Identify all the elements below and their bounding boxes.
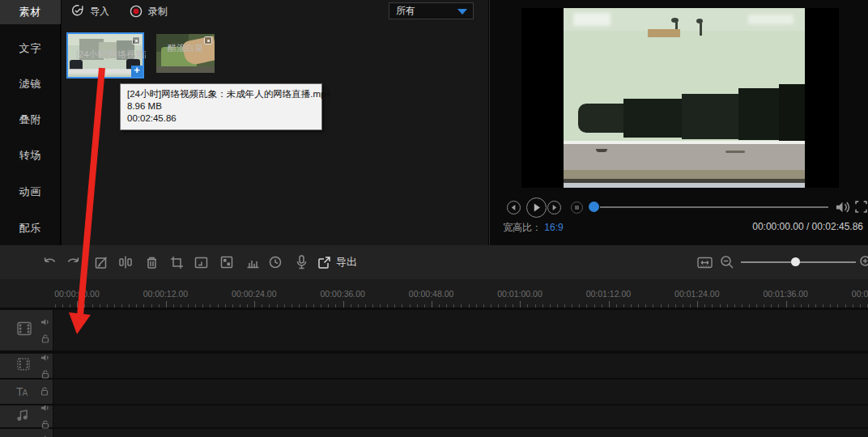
timeline-zoom-handle[interactable] [791, 257, 800, 266]
sidebar-item-filter[interactable]: 滤镜 [0, 72, 61, 96]
ruler-label: 00:00:48.00 [409, 289, 453, 299]
bottom-band [564, 183, 805, 188]
export-button[interactable]: 导出 [317, 252, 357, 272]
ruler-label: 00:01:12.00 [586, 289, 631, 299]
edit-clip-button[interactable] [91, 252, 111, 272]
import-button[interactable]: 导入 [71, 3, 109, 19]
sound-track-lane[interactable] [53, 429, 868, 437]
play-button[interactable] [526, 197, 547, 218]
ruler-tick [786, 301, 787, 308]
thumb2-caption: 醋溜白菜 [160, 42, 211, 54]
stop-icon [575, 206, 579, 210]
thumb1-add-to-timeline-icon[interactable]: + [131, 66, 143, 77]
zoom-region-button[interactable] [191, 252, 211, 272]
ruler-tick [254, 301, 255, 308]
ruler-label: 00:01:48.00 [852, 289, 868, 299]
export-icon [317, 256, 331, 269]
floor-mark [725, 151, 745, 153]
chevron-down-icon [457, 9, 467, 15]
music-track-header [0, 405, 53, 427]
ruler-tick [697, 301, 698, 308]
record-label: 录制 [148, 5, 168, 19]
delete-clip-button[interactable] [142, 252, 161, 272]
glitch-block [623, 99, 683, 138]
voiceover-mic-button[interactable] [291, 252, 311, 272]
split-clip-button[interactable] [116, 252, 135, 272]
lock-track-icon[interactable] [40, 384, 49, 399]
mute-track-icon[interactable] [40, 431, 49, 437]
video-track2-lane[interactable] [53, 354, 868, 378]
ruler-tick [432, 301, 432, 308]
media-filter-dropdown[interactable]: 所有 [389, 2, 474, 19]
sidebar-item-material[interactable]: 素材 [0, 0, 61, 24]
thumb2-counter [156, 66, 215, 73]
mosaic-button[interactable] [217, 252, 236, 272]
preview-screen [521, 8, 839, 188]
sidebar-item-text[interactable]: 文字 [0, 36, 61, 61]
zoom-in-button[interactable] [857, 252, 868, 272]
fit-timeline-button[interactable] [695, 252, 714, 272]
sidebar-item-music[interactable]: 配乐 [0, 216, 61, 240]
ruler-label: 00:00:24.00 [232, 289, 276, 299]
channel-logo [573, 13, 611, 26]
desk [648, 29, 680, 37]
music-track-icon [16, 409, 29, 425]
redo-button[interactable] [63, 252, 83, 272]
video-track2-header [0, 354, 53, 378]
freeze-frame-button[interactable] [243, 252, 262, 272]
ruler-label: 00:01:00.00 [497, 289, 542, 299]
sidebar: 素材 文字 滤镜 叠附 转场 动画 配乐 [0, 0, 61, 245]
ruler-tick [609, 301, 610, 308]
mute-track-icon[interactable] [40, 350, 49, 365]
import-label: 导入 [90, 5, 109, 19]
next-frame-button[interactable] [547, 201, 561, 214]
lock-track-icon[interactable] [41, 332, 49, 346]
video-track1-lane[interactable] [53, 310, 868, 350]
aspect-ratio-label: 宽高比： [503, 222, 542, 233]
music-track-lane[interactable] [53, 405, 868, 427]
export-label: 导出 [336, 255, 357, 269]
duration-button[interactable] [266, 252, 285, 272]
sidebar-item-transition[interactable]: 转场 [0, 143, 61, 168]
floor-band [564, 144, 805, 170]
glitch-block [682, 94, 740, 139]
text-track-lane[interactable] [53, 380, 868, 404]
preview-progress-bar[interactable] [600, 206, 828, 208]
video-track1-header [0, 310, 53, 350]
ruler-tick [166, 301, 167, 308]
tooltip-filename: [24小时]网络视频乱象：未成年人的网络直播.mp4 [127, 88, 315, 100]
watermark [748, 15, 794, 24]
zoom-out-button[interactable] [717, 252, 737, 272]
stop-button[interactable] [571, 202, 583, 214]
media-item-tooltip: [24小时]网络视频乱象：未成年人的网络直播.mp4 8.96 MB 00:02… [120, 83, 322, 130]
figure [696, 19, 703, 23]
record-button[interactable]: 录制 [130, 3, 168, 19]
ruler-label: 00:00:36.00 [320, 289, 364, 299]
timeline-ruler[interactable]: 00:00:00.0000:00:12.0000:00:24.0000:00:3… [0, 279, 868, 308]
timeline-panel: 导出 00:00:00.0000:00:12.0000:00:24.0000:0… [0, 245, 868, 437]
ruler-tick [77, 301, 78, 308]
ruler-tick [520, 301, 521, 308]
sidebar-item-animation[interactable]: 动画 [0, 180, 61, 204]
crop-button[interactable] [167, 252, 186, 272]
figure [700, 23, 702, 36]
record-icon [130, 5, 143, 18]
fullscreen-button[interactable] [855, 201, 867, 216]
figure [671, 18, 679, 23]
olive-band [564, 170, 805, 179]
preview-info-row: 宽高比： 16:9 00:00:00.00 / 00:02:45.86 [503, 221, 863, 235]
timecode: 00:00:00.00 / 00:02:45.86 [752, 221, 863, 232]
timeline-tracks: TA [0, 308, 868, 437]
previous-frame-button[interactable] [507, 201, 521, 214]
sidebar-item-overlay[interactable]: 叠附 [0, 108, 61, 132]
text-track-icon: TA [16, 385, 27, 398]
preview-scrubber-handle[interactable] [589, 202, 599, 212]
undo-button[interactable] [40, 252, 60, 272]
mute-track-icon[interactable] [40, 315, 49, 329]
ruler-label: 00:00:00.00 [54, 289, 99, 299]
aspect-ratio-value[interactable]: 16:9 [544, 222, 563, 233]
tooltip-duration: 00:02:45.86 [127, 112, 315, 125]
media-filter-value: 所有 [396, 4, 415, 18]
mute-track-icon[interactable] [40, 401, 49, 415]
volume-button[interactable] [835, 200, 850, 218]
